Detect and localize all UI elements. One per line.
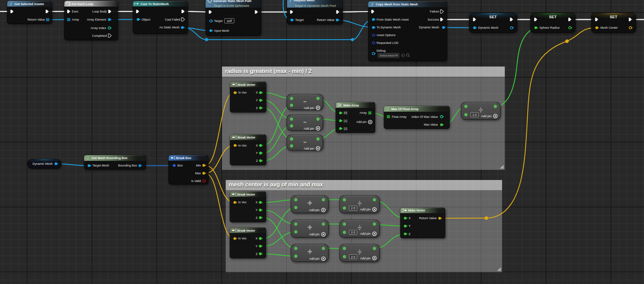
svg-text:In Vec: In Vec — [238, 237, 247, 240]
svg-text:Add pin: Add pin — [304, 106, 314, 110]
svg-text:2.0: 2.0 — [351, 206, 355, 210]
svg-text:Asset Options: Asset Options — [377, 33, 396, 37]
svg-text:In Vec: In Vec — [239, 91, 247, 94]
svg-text:Select Asset: Select Asset — [380, 54, 395, 57]
svg-text:Mesh Center: Mesh Center — [600, 26, 618, 29]
svg-text:Target: Target — [214, 19, 223, 23]
svg-text:Add pin: Add pin — [360, 232, 371, 235]
svg-text:Request Mesh: Request Mesh — [294, 0, 315, 2]
svg-text:Generate Static Mesh Path: Generate Static Mesh Path — [214, 0, 252, 3]
svg-text:Failure: Failure — [430, 10, 439, 13]
svg-text:Return Value: Return Value — [317, 18, 335, 22]
svg-text:Add pin: Add pin — [309, 233, 320, 236]
svg-text:Array: Array — [72, 18, 79, 21]
svg-text:SET: SET — [549, 15, 556, 19]
svg-text:Break Vector: Break Vector — [238, 136, 255, 139]
svg-text:Add pin: Add pin — [309, 257, 320, 260]
svg-text:Make Vector: Make Vector — [408, 209, 425, 212]
svg-text:[2]: [2] — [344, 127, 347, 130]
svg-text:Input Mesh: Input Mesh — [214, 29, 229, 32]
svg-text:In Vec: In Vec — [239, 144, 247, 147]
svg-text:As Static Mesh: As Static Mesh — [159, 26, 179, 29]
svg-text:Get Mesh Bounding Box: Get Mesh Bounding Box — [92, 156, 128, 160]
svg-text:Copy Mesh from Static Mesh: Copy Mesh from Static Mesh — [376, 2, 418, 6]
svg-text:Y: Y — [255, 244, 257, 248]
svg-text:Bounding Box: Bounding Box — [118, 164, 137, 167]
svg-text:Requested LOD: Requested LOD — [377, 41, 399, 45]
svg-text:Make Array: Make Array — [343, 104, 359, 107]
svg-text:Dynamic Mesh: Dynamic Mesh — [478, 26, 499, 29]
svg-text:Y: Y — [255, 208, 257, 212]
svg-text:Y: Y — [256, 151, 258, 155]
svg-text:[0]: [0] — [344, 111, 347, 114]
svg-text:Completed: Completed — [92, 34, 107, 37]
svg-text:Z: Z — [256, 252, 258, 256]
svg-text:Add pin: Add pin — [360, 208, 371, 211]
svg-text:Sphere Radius: Sphere Radius — [540, 26, 560, 29]
svg-text:Cast Failed: Cast Failed — [165, 18, 180, 21]
svg-text:X: X — [255, 237, 257, 240]
svg-text:SET: SET — [610, 15, 617, 19]
svg-text:Dynamic Mesh: Dynamic Mesh — [32, 162, 53, 165]
svg-text:Array Index: Array Index — [91, 26, 106, 30]
svg-text:X: X — [256, 144, 258, 147]
svg-text:self: self — [227, 19, 232, 23]
svg-text:Loop Body: Loop Body — [92, 10, 107, 13]
svg-text:Z: Z — [256, 216, 258, 220]
svg-text:Box: Box — [177, 164, 183, 167]
svg-text:Add pin: Add pin — [356, 120, 367, 124]
svg-text:2.0: 2.0 — [351, 231, 355, 234]
svg-text:Index Of Max Value: Index Of Max Value — [412, 115, 438, 119]
svg-text:Dynamic Mesh: Dynamic Mesh — [419, 26, 439, 29]
svg-text:Debug: Debug — [377, 49, 386, 52]
svg-text:Y: Y — [408, 224, 411, 228]
svg-text:Add pin: Add pin — [309, 208, 320, 212]
svg-text:Return Value: Return Value — [419, 216, 437, 220]
svg-text:From Static Mesh Asset: From Static Mesh Asset — [377, 18, 409, 21]
svg-text:Break Vector: Break Vector — [238, 83, 255, 86]
svg-text:Min: Min — [196, 164, 201, 167]
svg-text:Is Valid: Is Valid — [191, 179, 201, 183]
svg-text:Break Vector: Break Vector — [237, 229, 255, 232]
svg-text:2.0: 2.0 — [351, 255, 355, 259]
svg-text:Add pin: Add pin — [304, 127, 314, 130]
svg-text:To Dynamic Mesh: To Dynamic Mesh — [377, 26, 401, 29]
svg-text:Max Value: Max Value — [424, 123, 438, 126]
svg-text:X: X — [255, 201, 257, 204]
svg-text:Add pin: Add pin — [360, 257, 371, 260]
svg-text:In Vec: In Vec — [238, 201, 247, 204]
svg-text:[1]: [1] — [344, 119, 347, 123]
svg-text:2.0: 2.0 — [472, 113, 477, 117]
svg-text:X: X — [256, 91, 258, 94]
svg-text:SET: SET — [489, 15, 497, 19]
svg-text:Object: Object — [142, 18, 151, 21]
svg-text:Success: Success — [428, 18, 440, 21]
svg-text:Get Selected Assets: Get Selected Assets — [15, 2, 44, 6]
svg-text:Max: Max — [195, 172, 201, 175]
svg-text:Add pin: Add pin — [304, 147, 314, 150]
svg-text:Array: Array — [360, 111, 367, 114]
svg-text:Array Element: Array Element — [87, 18, 106, 21]
svg-text:Target Mesh: Target Mesh — [93, 164, 109, 167]
svg-text:Z: Z — [256, 106, 258, 110]
svg-text:Return Value: Return Value — [27, 18, 45, 21]
svg-text:Z: Z — [408, 232, 411, 236]
svg-text:Target is Dynamic Mesh Pool: Target is Dynamic Mesh Pool — [294, 4, 336, 7]
svg-text:Float Array: Float Array — [392, 115, 407, 119]
svg-text:Target is EUW Sphereize: Target is EUW Sphereize — [214, 4, 249, 7]
svg-text:Break Vector: Break Vector — [237, 193, 255, 196]
svg-text:For Each Loop: For Each Loop — [72, 2, 93, 6]
svg-text:Target: Target — [295, 18, 304, 22]
svg-text:X: X — [408, 216, 411, 220]
svg-text:Z: Z — [256, 159, 258, 162]
svg-text:Cast To StaticMesh: Cast To StaticMesh — [141, 2, 169, 6]
svg-text:Y: Y — [256, 99, 258, 102]
svg-text:Max Of Float Array: Max Of Float Array — [391, 107, 419, 111]
svg-text:Add pin: Add pin — [481, 114, 492, 118]
svg-text:Exec: Exec — [72, 10, 79, 13]
svg-text:Break Box: Break Box — [176, 156, 192, 160]
